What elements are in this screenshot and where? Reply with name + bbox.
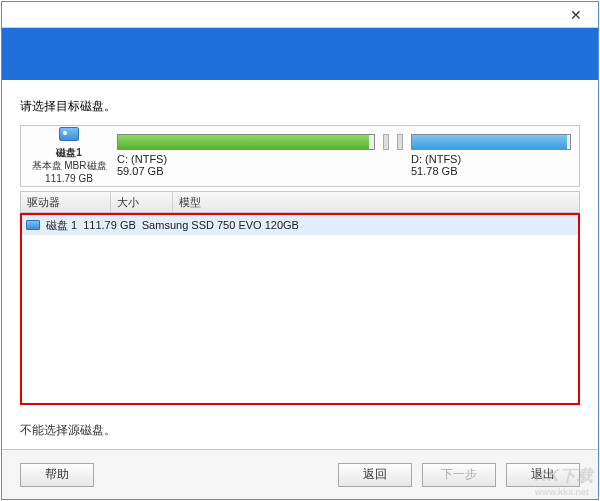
disk-info: 磁盘1 基本盘 MBR磁盘 111.79 GB [29, 127, 109, 185]
table-header: 驱动器 大小 模型 [20, 191, 580, 213]
partition-gap [397, 134, 403, 178]
footer-note: 不能选择源磁盘。 [20, 422, 580, 439]
close-icon[interactable]: ✕ [554, 2, 598, 27]
partition-d-size: 51.78 GB [411, 165, 457, 177]
disk-icon [59, 127, 79, 141]
table-body: 磁盘 1 111.79 GB Samsung SSD 750 EVO 120GB [20, 213, 580, 405]
next-button[interactable]: 下一步 [422, 463, 496, 487]
dialog-window: ✕ 请选择目标磁盘。 磁盘1 基本盘 MBR磁盘 111.79 GB C: (N… [1, 1, 599, 500]
disk-label: 磁盘1 [56, 147, 82, 158]
cell-drive: 磁盘 1 [46, 218, 77, 233]
disk-size: 111.79 GB [45, 173, 93, 184]
partition-d[interactable]: D: (NTFS) 51.78 GB [411, 134, 571, 178]
disk-summary-strip: 磁盘1 基本盘 MBR磁盘 111.79 GB C: (NTFS) 59.07 … [20, 125, 580, 187]
partition-d-used [412, 135, 567, 149]
partition-c-name: C: (NTFS) [117, 153, 167, 165]
partition-gap [383, 134, 389, 178]
col-model[interactable]: 模型 [173, 192, 579, 212]
partition-c-bar [117, 134, 375, 150]
disk-icon [26, 220, 40, 230]
help-button[interactable]: 帮助 [20, 463, 94, 487]
col-size[interactable]: 大小 [111, 192, 173, 212]
partition-d-name: D: (NTFS) [411, 153, 461, 165]
content-area: 请选择目标磁盘。 磁盘1 基本盘 MBR磁盘 111.79 GB C: (NTF… [2, 80, 598, 449]
partition-d-bar [411, 134, 571, 150]
prompt-text: 请选择目标磁盘。 [20, 98, 580, 115]
col-drive[interactable]: 驱动器 [21, 192, 111, 212]
table-row[interactable]: 磁盘 1 111.79 GB Samsung SSD 750 EVO 120GB [22, 215, 578, 235]
titlebar: ✕ [2, 2, 598, 28]
partition-c-size: 59.07 GB [117, 165, 163, 177]
partition-c[interactable]: C: (NTFS) 59.07 GB [117, 134, 375, 178]
button-bar: 帮助 返回 下一步 退出 [2, 449, 598, 499]
cell-model: Samsung SSD 750 EVO 120GB [142, 219, 299, 231]
exit-button[interactable]: 退出 [506, 463, 580, 487]
partition-c-used [118, 135, 369, 149]
header-banner [2, 28, 598, 80]
back-button[interactable]: 返回 [338, 463, 412, 487]
disk-table: 驱动器 大小 模型 磁盘 1 111.79 GB Samsung SSD 750… [20, 191, 580, 412]
cell-size: 111.79 GB [83, 219, 136, 231]
disk-type: 基本盘 MBR磁盘 [32, 160, 107, 171]
